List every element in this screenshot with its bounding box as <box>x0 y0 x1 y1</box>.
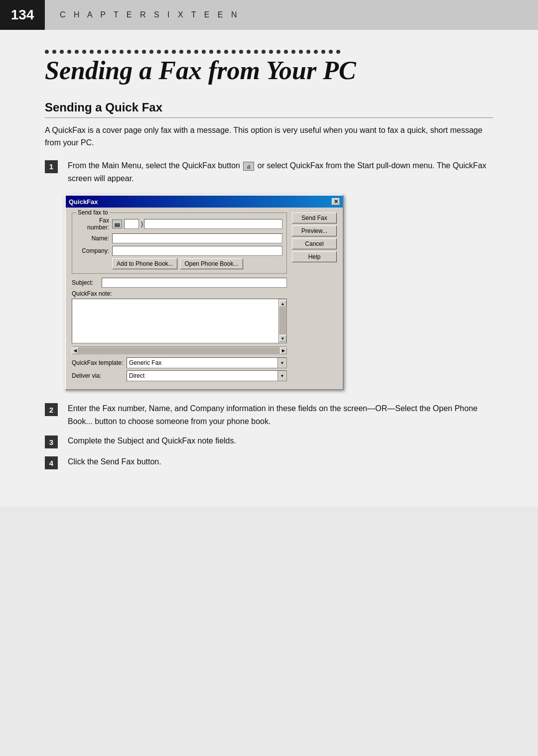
dot <box>75 50 79 54</box>
dot <box>314 50 318 54</box>
step-3-bullet: 3 <box>45 435 58 448</box>
template-dropdown[interactable]: Generic Fax ▼ <box>127 357 287 368</box>
subject-input[interactable] <box>102 278 287 288</box>
dot <box>254 50 258 54</box>
dot <box>329 50 333 54</box>
dialog-close-button[interactable]: ✕ <box>332 198 340 205</box>
dialog-action-buttons: Send Fax Preview... Cancel Help <box>292 213 337 383</box>
scroll-right-button[interactable]: ▶ <box>280 347 287 354</box>
scrollbar-h-track <box>79 347 280 354</box>
dot <box>321 50 325 54</box>
name-row: Name: <box>76 233 282 243</box>
template-row: QuickFax template: Generic Fax ▼ <box>72 357 287 368</box>
open-phone-book-button[interactable]: Open Phone Book... <box>180 258 243 269</box>
step-4: 4 Click the Send Fax button. <box>45 455 493 469</box>
intro-paragraph: A QuickFax is a cover page only fax with… <box>45 124 493 149</box>
deliver-via-dropdown-value: Direct <box>127 372 277 379</box>
subject-label: Subject: <box>72 279 102 286</box>
chapter-label: C H A P T E R S I X T E E N <box>45 10 240 19</box>
dot <box>262 50 266 54</box>
step-1-bullet: 1 <box>45 160 58 173</box>
note-textarea-wrapper: ▲ ▼ <box>72 299 287 343</box>
note-textarea[interactable] <box>72 299 278 343</box>
cancel-button[interactable]: Cancel <box>292 238 337 249</box>
dot <box>127 50 131 54</box>
deliver-via-dropdown-arrow[interactable]: ▼ <box>277 371 286 381</box>
step-1-text-before: From the Main Menu, select the QuickFax … <box>68 161 240 170</box>
dot <box>82 50 86 54</box>
fax-separator: ) <box>141 220 143 227</box>
dialog-body: Send fax to Fax number: 📠 ) <box>66 208 343 389</box>
template-label: QuickFax template: <box>72 359 127 366</box>
dot <box>217 50 221 54</box>
name-input[interactable] <box>112 233 282 243</box>
dot <box>120 50 124 54</box>
group-label: Send fax to <box>76 209 110 216</box>
dot <box>134 50 138 54</box>
dot <box>284 50 288 54</box>
template-dropdown-arrow[interactable]: ▼ <box>277 358 286 368</box>
dot <box>164 50 168 54</box>
quickfax-icon: 🖨 <box>243 162 254 171</box>
step-1: 1 From the Main Menu, select the QuickFa… <box>45 159 493 185</box>
fax-number-row: Fax number: 📠 ) <box>76 217 282 231</box>
fax-icon: 📠 <box>112 219 122 228</box>
help-button[interactable]: Help <box>292 251 337 262</box>
dot <box>97 50 101 54</box>
dot <box>112 50 116 54</box>
step-3-text: Complete the Subject and QuickFax note f… <box>68 434 493 447</box>
dot <box>276 50 280 54</box>
page-number: 134 <box>0 0 45 30</box>
quickfax-dialog: QuickFax ✕ Send fax to Fax number: <box>65 195 344 390</box>
dot <box>336 50 340 54</box>
dot <box>45 50 49 54</box>
fax-area-code-input[interactable] <box>124 219 139 229</box>
section-heading: Sending a Quick Fax <box>45 101 493 118</box>
dot <box>224 50 228 54</box>
deliver-via-dropdown[interactable]: Direct ▼ <box>127 370 287 381</box>
fax-number-inputs: 📠 ) <box>112 219 282 229</box>
dot <box>157 50 161 54</box>
dialog-titlebar: QuickFax ✕ <box>66 196 343 208</box>
dot <box>202 50 206 54</box>
scroll-left-button[interactable]: ◀ <box>72 347 79 354</box>
dot <box>269 50 273 54</box>
dialog-wrapper: QuickFax ✕ Send fax to Fax number: <box>65 195 493 390</box>
scrollbar-track <box>279 308 286 334</box>
deliver-via-label: Deliver via: <box>72 372 127 379</box>
horizontal-scrollbar[interactable]: ◀ ▶ <box>72 346 287 354</box>
dot <box>142 50 146 54</box>
dot <box>172 50 176 54</box>
dot <box>52 50 56 54</box>
dot <box>299 50 303 54</box>
dot <box>90 50 94 54</box>
company-label: Company: <box>76 247 112 254</box>
dot <box>149 50 153 54</box>
scroll-down-button[interactable]: ▼ <box>279 335 286 342</box>
dialog-form: Send fax to Fax number: 📠 ) <box>72 213 287 383</box>
template-dropdown-value: Generic Fax <box>127 359 277 366</box>
fax-number-label: Fax number: <box>76 217 112 231</box>
subject-row: Subject: <box>72 278 287 288</box>
dot <box>105 50 109 54</box>
company-row: Company: <box>76 246 282 256</box>
header-bar: 134 C H A P T E R S I X T E E N <box>0 0 538 30</box>
send-fax-button[interactable]: Send Fax <box>292 213 337 223</box>
step-1-text: From the Main Menu, select the QuickFax … <box>68 159 493 185</box>
dot <box>247 50 251 54</box>
step-4-bullet: 4 <box>45 456 58 469</box>
fax-number-input[interactable] <box>144 219 282 229</box>
preview-button[interactable]: Preview... <box>292 225 337 236</box>
dot <box>291 50 295 54</box>
step-2: 2 Enter the Fax number, Name, and Compan… <box>45 402 493 428</box>
dot <box>60 50 64 54</box>
vertical-scrollbar[interactable]: ▲ ▼ <box>278 299 286 343</box>
dot <box>194 50 198 54</box>
content: Sending a Fax from Your PC Sending a Qui… <box>0 30 538 506</box>
add-to-phone-book-button[interactable]: Add to Phone Book... <box>112 258 177 269</box>
step-2-bullet: 2 <box>45 403 58 416</box>
dot <box>239 50 243 54</box>
scroll-up-button[interactable]: ▲ <box>279 300 286 307</box>
dot <box>67 50 71 54</box>
company-input[interactable] <box>112 246 282 256</box>
